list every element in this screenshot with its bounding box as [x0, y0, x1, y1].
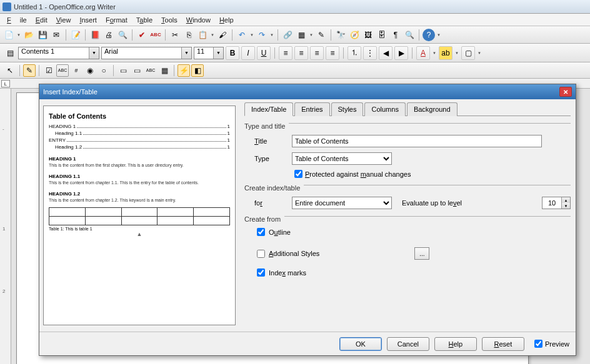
font-color-button[interactable]: A: [416, 46, 430, 60]
checkbox-icon[interactable]: ☑: [42, 64, 55, 77]
cut-icon[interactable]: ✂: [169, 29, 181, 41]
zoom-icon[interactable]: 🔍: [403, 29, 416, 41]
decrease-indent-button[interactable]: ◀: [379, 46, 392, 60]
menu-view[interactable]: View: [52, 15, 76, 25]
help-icon[interactable]: ?: [422, 29, 435, 41]
styles-window-icon[interactable]: ▤: [4, 47, 16, 59]
spin-up-icon[interactable]: ▲: [561, 197, 570, 203]
bold-button[interactable]: B: [226, 46, 239, 60]
font-size-combo[interactable]: 11▼: [194, 47, 224, 59]
wizards-icon[interactable]: ⚡: [178, 64, 190, 77]
italic-button[interactable]: I: [241, 46, 255, 60]
menu-table[interactable]: Table: [132, 15, 157, 25]
tab-background[interactable]: Background: [407, 102, 458, 116]
print-icon[interactable]: 🖨: [102, 29, 115, 41]
table-dropdown[interactable]: ▼: [309, 29, 314, 41]
numbered-list-button[interactable]: ⒈: [348, 46, 361, 60]
align-center-button[interactable]: ≡: [294, 46, 308, 60]
label-icon[interactable]: ABC: [144, 64, 157, 77]
listbox-icon[interactable]: ▭: [117, 64, 129, 77]
redo-dropdown[interactable]: ▼: [269, 29, 274, 41]
new-doc-icon[interactable]: 📄: [2, 29, 15, 41]
email-icon[interactable]: ✉: [50, 29, 62, 41]
paste-icon[interactable]: 📋: [196, 29, 209, 41]
styles-picker-button[interactable]: ...: [414, 247, 429, 260]
highlight-dropdown[interactable]: ▼: [454, 47, 459, 59]
combobox-icon[interactable]: ▭: [131, 64, 143, 77]
find-icon[interactable]: 🔭: [334, 29, 347, 41]
increase-indent-button[interactable]: ▶: [394, 46, 408, 60]
ok-button[interactable]: OK: [339, 337, 382, 351]
level-input[interactable]: [542, 197, 561, 209]
additional-styles-checkbox[interactable]: [257, 250, 265, 258]
font-color-dropdown[interactable]: ▼: [432, 47, 437, 59]
menu-edit[interactable]: Edit: [31, 15, 52, 25]
save-icon[interactable]: 💾: [36, 29, 49, 41]
tab-entries[interactable]: Entries: [294, 102, 329, 116]
level-spinner[interactable]: ▲▼: [542, 197, 571, 209]
menu-tools[interactable]: Tools: [157, 15, 182, 25]
menu-insert[interactable]: Insert: [75, 15, 101, 25]
title-input[interactable]: [292, 135, 542, 147]
hyperlink-icon[interactable]: 🔗: [281, 29, 294, 41]
textbox-icon[interactable]: ABC: [56, 64, 69, 77]
menu-help[interactable]: Help: [215, 15, 238, 25]
new-doc-dropdown[interactable]: ▼: [16, 29, 21, 41]
edit-file-icon[interactable]: 📝: [69, 29, 82, 41]
tab-stop-type[interactable]: L: [1, 80, 10, 87]
radio-icon[interactable]: ◉: [84, 64, 96, 77]
design-mode-icon[interactable]: ◧: [191, 64, 204, 77]
nonprint-icon[interactable]: ¶: [389, 29, 402, 41]
undo-icon[interactable]: ↶: [236, 29, 248, 41]
for-select[interactable]: Entire document: [292, 197, 392, 209]
tab-columns[interactable]: Columns: [364, 102, 405, 116]
tab-index-table[interactable]: Index/Table: [244, 102, 293, 116]
align-left-button[interactable]: ≡: [279, 46, 292, 60]
autospell-icon[interactable]: ABC: [149, 29, 162, 41]
close-icon[interactable]: ✕: [559, 87, 572, 97]
reset-button[interactable]: Reset: [482, 337, 524, 351]
bgcolor-button[interactable]: ▢: [461, 46, 475, 60]
pdf-icon[interactable]: 📕: [89, 29, 101, 41]
open-icon[interactable]: 📂: [22, 29, 35, 41]
bgcolor-dropdown[interactable]: ▼: [477, 47, 482, 59]
spin-down-icon[interactable]: ▼: [561, 203, 570, 209]
undo-dropdown[interactable]: ▼: [249, 29, 254, 41]
help-button[interactable]: Help: [434, 337, 477, 351]
copy-icon[interactable]: ⎘: [182, 29, 195, 41]
paragraph-style-combo[interactable]: Contents 1▼: [18, 47, 99, 59]
spellcheck-icon[interactable]: ✔: [136, 29, 148, 41]
index-marks-checkbox[interactable]: [257, 268, 265, 277]
arrow-tool-icon[interactable]: ↖: [4, 64, 16, 77]
align-justify-button[interactable]: ≡: [326, 46, 339, 60]
more-controls-icon[interactable]: ▦: [158, 64, 171, 77]
toolbar-overflow[interactable]: ▼: [436, 29, 441, 41]
protected-checkbox[interactable]: [294, 170, 302, 178]
form-design-icon[interactable]: ✎: [23, 64, 36, 77]
bullet-list-button[interactable]: ⋮: [363, 46, 377, 60]
radio2-icon[interactable]: ○: [98, 64, 110, 77]
menu-file[interactable]: File: [2, 15, 31, 25]
align-right-button[interactable]: ≡: [310, 46, 324, 60]
tab-styles[interactable]: Styles: [331, 102, 364, 116]
format-paint-icon[interactable]: 🖌: [216, 29, 229, 41]
preview-checkbox[interactable]: [534, 340, 542, 348]
field-icon[interactable]: #: [70, 64, 82, 77]
table-icon[interactable]: ▦: [295, 29, 308, 41]
highlight-button[interactable]: ab: [439, 46, 452, 60]
outline-checkbox[interactable]: [257, 228, 265, 236]
type-select[interactable]: Table of Contents: [292, 152, 392, 165]
navigator-icon[interactable]: 🧭: [348, 29, 361, 41]
menu-format[interactable]: Format: [101, 15, 132, 25]
paste-dropdown[interactable]: ▼: [210, 29, 215, 41]
underline-button[interactable]: U: [257, 46, 271, 60]
cancel-button[interactable]: Cancel: [387, 337, 429, 351]
preview-icon[interactable]: 🔍: [116, 29, 129, 41]
preview-toggle[interactable]: Preview: [534, 340, 569, 348]
menu-window[interactable]: Window: [182, 15, 215, 25]
redo-icon[interactable]: ↷: [256, 29, 268, 41]
gallery-icon[interactable]: 🖼: [362, 29, 374, 41]
font-name-combo[interactable]: Arial▼: [101, 47, 192, 59]
datasource-icon[interactable]: 🗄: [376, 29, 388, 41]
draw-icon[interactable]: ✎: [315, 29, 328, 41]
